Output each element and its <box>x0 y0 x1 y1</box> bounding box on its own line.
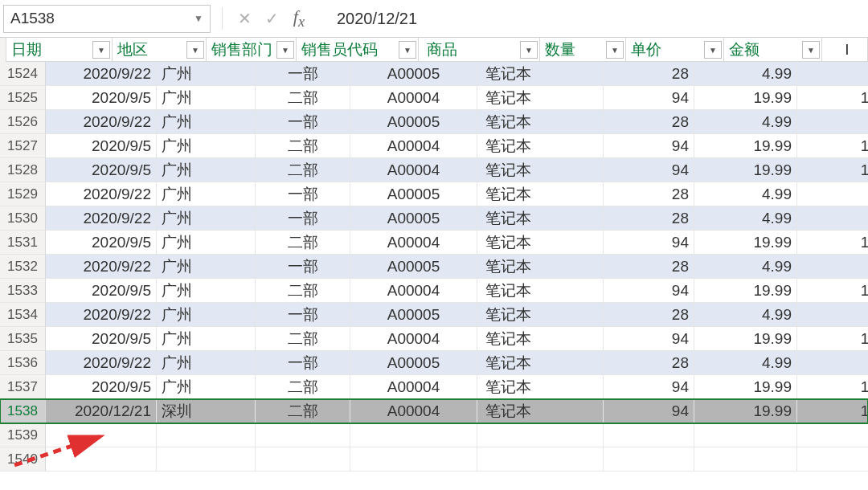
cell[interactable]: 2020/9/22 <box>46 110 157 134</box>
cell[interactable]: 140 <box>797 351 868 375</box>
table-row[interactable]: 1539 <box>0 423 868 447</box>
cell[interactable]: 94 <box>604 86 694 110</box>
cell[interactable]: 二部 <box>256 134 350 158</box>
cell[interactable]: 2020/9/5 <box>46 231 157 255</box>
cell[interactable] <box>797 423 868 447</box>
cell[interactable]: 28 <box>604 62 694 86</box>
cell[interactable]: 28 <box>604 182 694 206</box>
cell[interactable]: 笔记本 <box>477 62 604 86</box>
cell[interactable]: 广州 <box>157 86 256 110</box>
cell[interactable]: 广州 <box>157 134 256 158</box>
row-header[interactable]: 1529 <box>0 182 46 206</box>
cell[interactable]: 广州 <box>157 62 256 86</box>
table-row[interactable]: 15312020/9/5广州二部A00004笔记本9419.991879 <box>0 231 868 255</box>
cell[interactable] <box>350 447 477 472</box>
cell[interactable] <box>46 447 157 472</box>
cell[interactable]: 1879 <box>797 375 868 399</box>
cell[interactable]: 一部 <box>256 351 350 375</box>
cell[interactable]: 笔记本 <box>477 206 604 231</box>
cell[interactable]: A00004 <box>350 375 477 399</box>
cell[interactable]: 1879 <box>797 86 868 110</box>
cell[interactable]: 一部 <box>256 206 350 231</box>
cell[interactable]: 4.99 <box>694 303 797 327</box>
cell[interactable]: 140 <box>797 182 868 206</box>
cell[interactable]: 二部 <box>256 279 350 303</box>
cell[interactable]: 19.99 <box>694 134 797 158</box>
cell[interactable]: 2020/9/5 <box>46 279 157 303</box>
col-header-qty[interactable]: 数量▼ <box>540 38 626 62</box>
cell[interactable]: 一部 <box>256 255 350 279</box>
cell[interactable]: 4.99 <box>694 110 797 134</box>
table-row[interactable]: 15362020/9/22广州一部A00005笔记本284.99140 <box>0 351 868 375</box>
cell[interactable]: 二部 <box>256 327 350 351</box>
cell[interactable]: 2020/9/22 <box>46 182 157 206</box>
cell[interactable]: 二部 <box>256 86 350 110</box>
col-header-region[interactable]: 地区▼ <box>113 38 207 62</box>
cell[interactable] <box>256 447 350 472</box>
cell[interactable]: 广州 <box>157 231 256 255</box>
cell[interactable]: 28 <box>604 206 694 231</box>
col-header-price[interactable]: 单价▼ <box>626 38 724 62</box>
cell[interactable]: 笔记本 <box>477 110 604 134</box>
cell[interactable]: 一部 <box>256 110 350 134</box>
col-header-amount[interactable]: 金额▼ <box>724 38 822 62</box>
row-header[interactable]: 1530 <box>0 206 46 231</box>
row-header[interactable]: 1524 <box>0 62 46 86</box>
cell[interactable]: 笔记本 <box>477 86 604 110</box>
table-row[interactable]: 15262020/9/22广州一部A00005笔记本284.99140 <box>0 110 868 134</box>
cell[interactable] <box>694 423 797 447</box>
row-header[interactable]: 1538 <box>0 399 46 423</box>
cell[interactable]: 深圳 <box>157 399 256 423</box>
cell[interactable] <box>157 447 256 472</box>
cell[interactable]: 笔记本 <box>477 327 604 351</box>
cell[interactable]: 28 <box>604 255 694 279</box>
table-row[interactable]: 15282020/9/5广州二部A00004笔记本9419.991879 <box>0 158 868 182</box>
cell[interactable]: 笔记本 <box>477 231 604 255</box>
col-header-date[interactable]: 日期▼ <box>6 38 113 62</box>
table-row[interactable]: 15292020/9/22广州一部A00005笔记本284.99140 <box>0 182 868 206</box>
cell[interactable]: A00005 <box>350 62 477 86</box>
cell[interactable]: 4.99 <box>694 351 797 375</box>
cell[interactable] <box>256 423 350 447</box>
cell[interactable]: 笔记本 <box>477 303 604 327</box>
cell[interactable]: A00005 <box>350 303 477 327</box>
table-row[interactable]: 15252020/9/5广州二部A00004笔记本9419.991879 <box>0 86 868 110</box>
table-row[interactable]: 15382020/12/21深圳二部A00004笔记本9419.991879 <box>0 399 868 423</box>
cell[interactable]: 一部 <box>256 303 350 327</box>
cell[interactable]: 1879 <box>797 231 868 255</box>
cell[interactable]: 140 <box>797 62 868 86</box>
row-header[interactable]: 1526 <box>0 110 46 134</box>
cell[interactable]: 广州 <box>157 255 256 279</box>
cell[interactable] <box>694 447 797 472</box>
col-header-i[interactable]: I <box>822 38 868 62</box>
row-header[interactable]: 1525 <box>0 86 46 110</box>
cell[interactable]: 笔记本 <box>477 158 604 182</box>
cell[interactable]: 19.99 <box>694 231 797 255</box>
cell[interactable]: 4.99 <box>694 182 797 206</box>
row-header[interactable]: 1537 <box>0 375 46 399</box>
cell[interactable]: 广州 <box>157 303 256 327</box>
cell[interactable]: 2020/9/5 <box>46 158 157 182</box>
cell[interactable]: 笔记本 <box>477 375 604 399</box>
cell[interactable] <box>604 423 694 447</box>
row-header[interactable]: 1532 <box>0 255 46 279</box>
chevron-down-icon[interactable]: ▼ <box>194 13 203 24</box>
cell[interactable]: 4.99 <box>694 62 797 86</box>
confirm-icon[interactable]: ✓ <box>258 9 285 28</box>
col-header-code[interactable]: 销售员代码▼ <box>297 38 419 62</box>
row-header[interactable]: 1540 <box>0 447 46 472</box>
row-header[interactable]: 1534 <box>0 303 46 327</box>
cell[interactable]: A00004 <box>350 279 477 303</box>
cell[interactable]: 2020/9/22 <box>46 255 157 279</box>
filter-dropdown-icon[interactable]: ▼ <box>802 41 820 59</box>
row-header[interactable]: 1536 <box>0 351 46 375</box>
table-row[interactable]: 15322020/9/22广州一部A00005笔记本284.99140 <box>0 255 868 279</box>
cell[interactable]: 28 <box>604 303 694 327</box>
select-all-corner[interactable] <box>0 38 6 63</box>
cell[interactable]: 19.99 <box>694 399 797 423</box>
cell[interactable]: 广州 <box>157 110 256 134</box>
table-row[interactable]: 15342020/9/22广州一部A00005笔记本284.99140 <box>0 303 868 327</box>
cell[interactable]: 94 <box>604 134 694 158</box>
cell[interactable]: 2020/9/22 <box>46 303 157 327</box>
cell[interactable]: 二部 <box>256 399 350 423</box>
